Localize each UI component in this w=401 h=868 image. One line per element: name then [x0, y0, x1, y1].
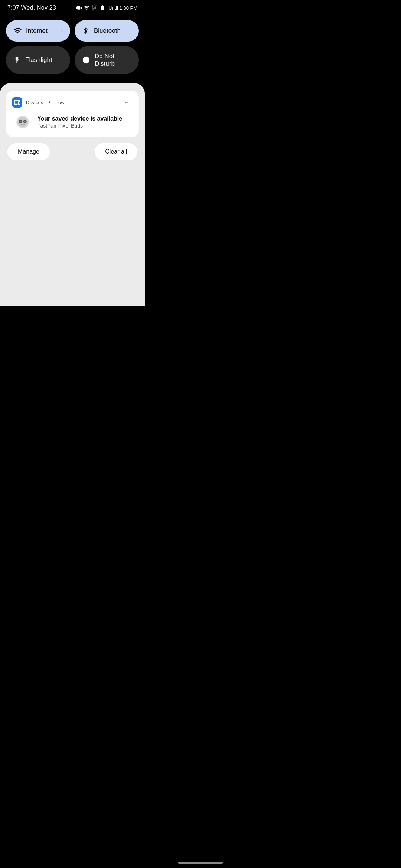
- dnd-icon: [82, 56, 90, 64]
- notification-card: Devices • now: [6, 91, 139, 137]
- status-bar: 7:07 Wed, Nov 23 Until 1:30 PM: [0, 0, 145, 14]
- tile-flashlight[interactable]: Flashlight: [6, 46, 70, 74]
- tile-internet[interactable]: Internet ›: [6, 20, 70, 42]
- devices-app-icon: [12, 97, 22, 108]
- vibrate-icon: [76, 5, 82, 11]
- notif-subtitle: FastPair-Pixel Buds: [37, 123, 122, 129]
- manage-button[interactable]: Manage: [7, 143, 50, 160]
- tile-bluetooth[interactable]: Bluetooth: [75, 20, 139, 42]
- notif-time: now: [56, 100, 65, 105]
- collapse-notif-button[interactable]: [121, 96, 133, 108]
- wifi-icon: [13, 27, 22, 35]
- notif-app-name: Devices: [26, 100, 43, 105]
- bluetooth-icon: [82, 27, 89, 35]
- notif-body: Your saved device is available FastPair-…: [12, 113, 133, 131]
- flashlight-label: Flashlight: [25, 56, 52, 64]
- notif-actions: Manage Clear all: [6, 143, 139, 160]
- internet-label: Internet: [26, 27, 48, 34]
- wifi-icon: [83, 5, 90, 11]
- quick-settings-panel: Internet › Bluetooth Flashlight Do Not D…: [0, 14, 145, 83]
- status-icons: Until 1:30 PM: [76, 5, 137, 11]
- flashlight-icon: [13, 56, 21, 64]
- notif-title: Your saved device is available: [37, 115, 122, 122]
- notif-header: Devices • now: [12, 96, 133, 108]
- signal-icon: [91, 5, 97, 11]
- svg-point-5: [24, 121, 26, 122]
- svg-point-4: [20, 121, 22, 122]
- battery-label: Until 1:30 PM: [108, 5, 137, 11]
- notif-header-left: Devices • now: [12, 97, 65, 108]
- chevron-right-icon: ›: [61, 27, 63, 34]
- battery-icon: [99, 5, 106, 11]
- tile-dnd[interactable]: Do Not Disturb: [75, 46, 139, 74]
- bluetooth-label: Bluetooth: [94, 27, 121, 34]
- notification-panel: Devices • now: [0, 83, 145, 306]
- pixel-buds-icon: [13, 113, 32, 131]
- clear-all-button[interactable]: Clear all: [95, 143, 137, 160]
- status-time: 7:07 Wed, Nov 23: [7, 4, 56, 11]
- notif-text: Your saved device is available FastPair-…: [37, 115, 122, 129]
- dnd-label: Do Not Disturb: [95, 53, 131, 68]
